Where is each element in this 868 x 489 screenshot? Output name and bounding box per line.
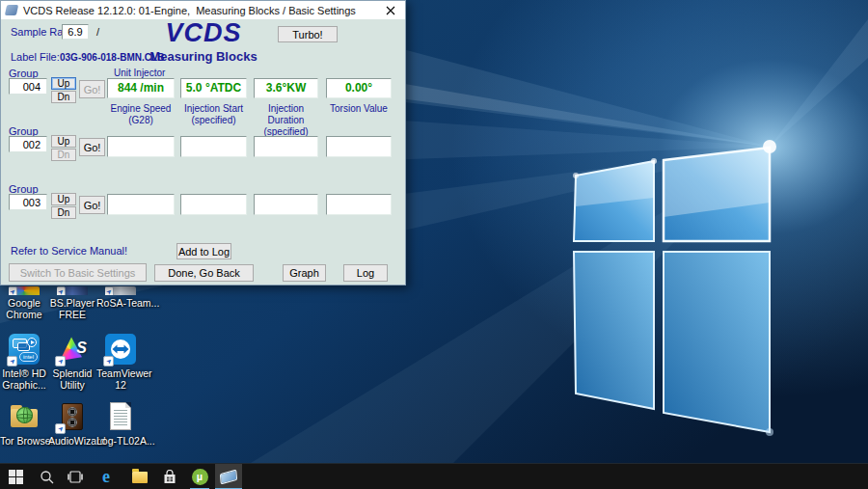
- store-bag-icon: [163, 470, 176, 484]
- taskbar: e µ: [0, 463, 868, 489]
- rosa-team-icon: ➤: [105, 286, 136, 295]
- desktop-icon-tor-browser[interactable]: Tor Browser: [0, 401, 48, 447]
- group-number-input[interactable]: [9, 136, 47, 152]
- group-go-button[interactable]: Go!: [79, 196, 105, 214]
- done-go-back-button[interactable]: Done, Go Back: [154, 264, 254, 282]
- icon-label: AudioWizard: [48, 435, 96, 447]
- measure-value: [107, 194, 175, 215]
- close-button[interactable]: [376, 1, 405, 19]
- icon-label: Graphic...: [0, 379, 48, 391]
- vcds-taskbar-button[interactable]: [215, 464, 242, 489]
- google-chrome-icon: ➤: [9, 286, 40, 295]
- measure-value: 5.0 °ATDC: [180, 78, 247, 98]
- search-button[interactable]: [33, 464, 60, 489]
- icon-label: Utility: [48, 379, 96, 391]
- group-number-input[interactable]: [9, 78, 47, 95]
- icon-label: Google: [0, 297, 48, 309]
- measure-caption: (G28): [107, 115, 175, 126]
- teamviewer-icon: ➤: [105, 334, 136, 365]
- shortcut-arrow-icon: ➤: [55, 356, 66, 367]
- measure-caption: Engine Speed: [107, 103, 175, 115]
- shortcut-arrow-icon: ➤: [7, 356, 17, 367]
- log-document-icon: [105, 401, 136, 432]
- turbo-button[interactable]: Turbo!: [278, 26, 338, 42]
- icon-label: TeamViewer: [96, 367, 145, 379]
- measure-caption: Torsion Value: [326, 103, 392, 115]
- desktop-icon-splendid-utility[interactable]: S ➤ SplendidUtility: [48, 334, 96, 391]
- measure-value: [254, 136, 318, 157]
- icon-label: Splendid: [48, 367, 96, 379]
- group-up-button[interactable]: Up: [51, 193, 76, 205]
- desktop-icon-intel-hd-graphics[interactable]: intel ➤ Intel® HDGraphic...: [0, 334, 48, 391]
- measure-value: [180, 136, 247, 157]
- file-explorer-button[interactable]: [126, 464, 153, 489]
- switch-to-basic-settings-button[interactable]: Switch To Basic Settings: [9, 263, 147, 282]
- icon-label: Tor Browser: [0, 435, 48, 447]
- desktop-icon-bsplayer[interactable]: ➤ BS.PlayerFREE: [48, 286, 96, 320]
- label-file-label: Label File:: [11, 51, 60, 63]
- shortcut-arrow-icon: ➤: [9, 286, 17, 295]
- log-button[interactable]: Log: [343, 264, 388, 282]
- desktop-icon-log-file[interactable]: Log-TL02A...: [96, 401, 145, 447]
- shortcut-arrow-icon: ➤: [103, 356, 114, 367]
- group-go-button[interactable]: Go!: [79, 138, 105, 156]
- measure-value: 3.6°KW: [254, 78, 318, 98]
- desktop-icon-rosa-team[interactable]: ➤ RoSA-Team...: [96, 286, 145, 309]
- tor-browser-folder-icon: [9, 401, 40, 432]
- icon-label: Log-TL02A...: [96, 435, 145, 447]
- group-dn-button[interactable]: Dn: [51, 91, 76, 103]
- measure-value: [326, 136, 392, 157]
- measure-value: [180, 194, 247, 215]
- search-icon: [40, 470, 54, 484]
- label-file-value: 03G-906-018-BMN.CLB: [60, 52, 164, 63]
- group-go-button[interactable]: Go!: [79, 80, 105, 98]
- store-button[interactable]: [156, 464, 183, 489]
- shortcut-arrow-icon: ➤: [55, 423, 66, 434]
- icon-label: RoSA-Team...: [96, 297, 145, 309]
- refer-service-manual-text: Refer to Service Manual!: [11, 245, 127, 257]
- window-titlebar[interactable]: VCDS Release 12.12.0: 01-Engine, Measuri…: [1, 1, 405, 19]
- audiowizard-speaker-icon: ➤: [57, 401, 88, 432]
- desktop-root: ➤ GoogleChrome ➤ BS.PlayerFREE ➤ RoSA-Te…: [0, 0, 868, 489]
- icon-label: Chrome: [0, 309, 48, 320]
- group-dn-button[interactable]: Dn: [51, 206, 76, 219]
- close-icon: [386, 6, 395, 15]
- measure-value: [254, 194, 318, 215]
- vcds-logo: VCDS: [136, 18, 271, 48]
- measure-value: [107, 136, 175, 157]
- bs-player-icon: ➤: [57, 286, 88, 295]
- window-title: VCDS Release 12.12.0: 01-Engine, Measuri…: [23, 5, 356, 16]
- icon-label: Intel® HD: [0, 367, 48, 379]
- edge-browser-button[interactable]: e: [93, 464, 120, 489]
- desktop-icon-audiowizard[interactable]: ➤ AudioWizard: [48, 401, 96, 447]
- measure-caption: Injection Duration: [254, 103, 318, 126]
- desktop-icon-google-chrome[interactable]: ➤ GoogleChrome: [0, 286, 48, 320]
- graph-button[interactable]: Graph: [283, 264, 326, 282]
- task-view-button[interactable]: [62, 464, 89, 489]
- group-up-button[interactable]: Up: [51, 135, 76, 148]
- group-dn-button[interactable]: Dn: [51, 149, 76, 161]
- icon-label: FREE: [48, 309, 96, 320]
- group-up-button[interactable]: Up: [51, 77, 76, 90]
- desktop-icon-teamviewer[interactable]: ➤ TeamViewer12: [96, 334, 145, 391]
- utorrent-icon: µ: [192, 469, 208, 485]
- add-to-log-button[interactable]: Add to Log: [176, 243, 231, 259]
- shortcut-arrow-icon: ➤: [105, 286, 114, 295]
- measure-value: [326, 194, 392, 215]
- edge-icon: e: [102, 467, 110, 487]
- sample-rate-value: 6.9: [62, 24, 89, 40]
- task-view-icon: [68, 471, 83, 483]
- group-number-input[interactable]: [9, 194, 47, 210]
- shortcut-arrow-icon: ➤: [57, 286, 66, 295]
- intel-hd-graphics-icon: intel ➤: [9, 334, 40, 365]
- vcds-app-icon: [5, 5, 18, 15]
- section-header-unit-injector: Unit Injector: [114, 68, 165, 78]
- sample-rate-spinner: /: [96, 26, 99, 38]
- icon-label: BS.Player: [48, 297, 96, 309]
- measure-caption: Injection Start: [180, 103, 247, 115]
- utorrent-button[interactable]: µ: [186, 464, 213, 489]
- measure-caption: (specified): [180, 115, 247, 126]
- measure-value: 844 /min: [107, 78, 175, 98]
- splendid-utility-icon: S ➤: [57, 334, 88, 365]
- start-button[interactable]: [2, 464, 29, 489]
